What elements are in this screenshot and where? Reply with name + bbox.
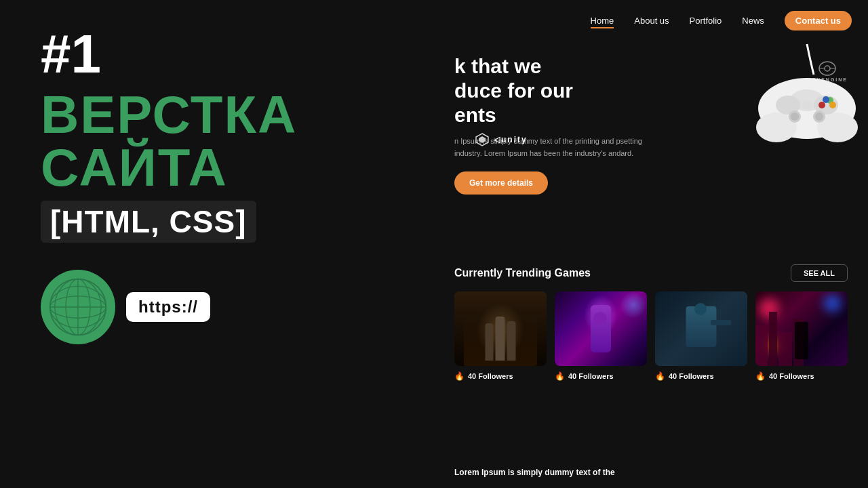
hero-cta-button[interactable]: Get more details	[454, 171, 548, 195]
title-line1: ВЕРСТКА	[41, 88, 297, 141]
trending-title: Currently Trending Games	[454, 267, 591, 279]
see-all-button[interactable]: SEE ALL	[791, 264, 848, 282]
fire-icon-1: 🔥	[454, 371, 465, 381]
right-panel: Home About us Portfolio News Contact us …	[434, 0, 868, 488]
controller-svg	[739, 34, 868, 156]
trending-header: Currently Trending Games SEE ALL	[454, 264, 848, 282]
bottom-lorem: Lorem Ipsum is simply dummy text of the	[454, 468, 658, 477]
game-thumb-2	[555, 291, 647, 366]
unity-logo: ◁unity	[475, 132, 528, 147]
svg-point-26	[791, 113, 799, 121]
globe-container: https://	[41, 270, 210, 344]
left-panel: #1 ВЕРСТКА САЙТА [HTML, CSS] https://	[0, 0, 434, 488]
globe-icon	[41, 270, 115, 344]
trending-section: Currently Trending Games SEE ALL	[434, 264, 868, 381]
svg-point-22	[818, 102, 825, 108]
controller-illustration	[739, 34, 868, 156]
game-followers-1: 🔥 40 Followers	[454, 371, 547, 381]
episode-number: #1	[41, 27, 101, 81]
game-followers-2: 🔥 40 Followers	[555, 371, 647, 381]
game-card-4: 🔥 40 Followers	[755, 291, 848, 381]
nav-portfolio[interactable]: Portfolio	[690, 16, 722, 26]
svg-point-24	[829, 102, 836, 108]
game-card-2: 🔥 40 Followers	[555, 291, 647, 381]
game-card-1: 🔥 40 Followers	[454, 291, 547, 381]
game-followers-4: 🔥 40 Followers	[755, 371, 848, 381]
nav-about[interactable]: About us	[634, 16, 669, 26]
contact-button[interactable]: Contact us	[785, 11, 852, 30]
unity-icon	[475, 132, 490, 147]
bottom-text-section: Lorem Ipsum is simply dummy text of the	[454, 468, 848, 477]
fire-icon-4: 🔥	[755, 371, 766, 381]
svg-marker-14	[479, 136, 486, 143]
unity-label: ◁unity	[494, 135, 528, 144]
tech-label: [HTML, CSS]	[41, 201, 256, 243]
game-followers-3: 🔥 40 Followers	[655, 371, 747, 381]
svg-point-28	[815, 113, 823, 121]
game-card-3: 🔥 40 Followers	[655, 291, 747, 381]
title-line2: САЙТА	[41, 141, 228, 194]
globe-svg	[47, 277, 108, 338]
fire-icon-2: 🔥	[555, 371, 565, 381]
fire-icon-3: 🔥	[655, 371, 665, 381]
svg-point-29	[802, 100, 812, 110]
svg-point-23	[823, 96, 829, 103]
nav-home[interactable]: Home	[591, 16, 614, 26]
game-thumb-3	[655, 291, 747, 366]
game-thumb-4	[755, 291, 848, 366]
game-cards-container: 🔥 40 Followers 🔥 40 Followers	[454, 291, 848, 381]
https-badge: https://	[126, 292, 210, 322]
game-thumb-1	[454, 291, 547, 366]
nav-news[interactable]: News	[742, 16, 764, 26]
